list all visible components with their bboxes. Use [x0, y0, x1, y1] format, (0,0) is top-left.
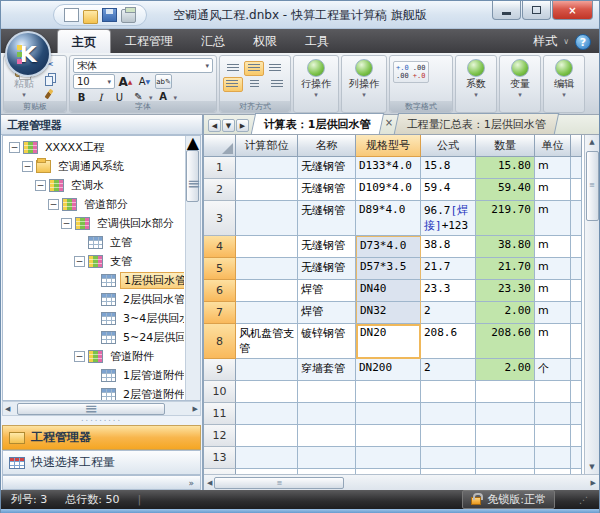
- cell-formula[interactable]: [421, 469, 476, 474]
- cell-formula[interactable]: [421, 447, 476, 469]
- cell-spec[interactable]: [356, 403, 421, 425]
- tree-item[interactable]: −支管: [5, 252, 184, 271]
- tree-item[interactable]: −管道部分: [5, 195, 184, 214]
- cell-unit[interactable]: [535, 447, 571, 469]
- cell-name[interactable]: 无缝钢管: [298, 179, 356, 201]
- cell-formula[interactable]: [421, 403, 476, 425]
- cell-part[interactable]: 风机盘管支管: [236, 324, 298, 359]
- restore-button[interactable]: [522, 1, 551, 20]
- cell-qty[interactable]: 38.80: [476, 236, 535, 258]
- tree-item[interactable]: −XXXXX工程: [5, 138, 184, 157]
- cell-formula[interactable]: 15.8: [421, 157, 476, 179]
- format-painter-button[interactable]: [40, 88, 58, 100]
- row-header[interactable]: 5: [204, 258, 236, 280]
- cell-spec[interactable]: DN20: [356, 324, 421, 359]
- cell-qty[interactable]: 59.40: [476, 179, 535, 201]
- style-menu[interactable]: 样式: [533, 33, 557, 50]
- cell-formula[interactable]: [421, 381, 476, 403]
- sheet-nav-prev-icon[interactable]: ◀: [208, 119, 221, 132]
- cell-unit[interactable]: m: [535, 258, 571, 280]
- tree-item[interactable]: −5~24层供回水管: [5, 328, 184, 347]
- row-header[interactable]: 13: [204, 447, 236, 469]
- cell-unit[interactable]: m: [535, 302, 571, 324]
- cell-formula[interactable]: 23.3: [421, 280, 476, 302]
- cell-unit[interactable]: m: [535, 280, 571, 302]
- col-ops-button[interactable]: 列操作▾: [345, 58, 383, 100]
- row-header[interactable]: 14: [204, 469, 236, 474]
- ribbon-tab-3[interactable]: 权限: [239, 29, 291, 53]
- column-header-5[interactable]: 单位: [535, 135, 571, 157]
- tree-toggle-icon[interactable]: −: [9, 142, 20, 153]
- tree-item[interactable]: −2层供回水管: [5, 290, 184, 309]
- cell-qty[interactable]: 21.70: [476, 258, 535, 280]
- cell-part[interactable]: [236, 469, 298, 474]
- cell-qty[interactable]: [476, 425, 535, 447]
- cell-qty[interactable]: [476, 469, 535, 474]
- tree-horizontal-scrollbar[interactable]: ◀ ≡ ▶: [2, 401, 201, 416]
- cell-name[interactable]: [298, 425, 356, 447]
- cell-name[interactable]: [298, 469, 356, 474]
- cell-unit[interactable]: m: [535, 324, 571, 359]
- cell-spec[interactable]: D109*4.0: [356, 179, 421, 201]
- cell-formula[interactable]: [421, 425, 476, 447]
- column-header-4[interactable]: 数量: [476, 135, 535, 157]
- cell-qty[interactable]: 2.00: [476, 359, 535, 381]
- tree-item[interactable]: −管道附件: [5, 347, 184, 366]
- cell-unit[interactable]: m: [535, 236, 571, 258]
- cell-formula[interactable]: 208.6: [421, 324, 476, 359]
- cell-qty[interactable]: 15.80: [476, 157, 535, 179]
- sheet-tab-close-icon[interactable]: ×: [385, 117, 393, 128]
- cell-unit[interactable]: m: [535, 157, 571, 179]
- grid-vertical-scrollbar[interactable]: ▲ ≡ ▼: [584, 135, 599, 474]
- clear-format-button[interactable]: ab✎: [155, 74, 172, 89]
- splitter-handle[interactable]: .........: [1, 416, 202, 425]
- ribbon-tab-2[interactable]: 汇总: [187, 29, 239, 53]
- panel-options-button[interactable]: »: [2, 475, 201, 490]
- cell-name[interactable]: 无缝钢管: [298, 201, 356, 236]
- shrink-font-button[interactable]: A▼: [136, 74, 153, 89]
- sidebar-panel-manager[interactable]: 工程管理器: [2, 425, 201, 450]
- align-right-button[interactable]: [265, 77, 285, 92]
- row-header[interactable]: 3: [204, 201, 236, 236]
- tree-item[interactable]: −空调水: [5, 176, 184, 195]
- row-header[interactable]: 6: [204, 280, 236, 302]
- increase-decimal-button[interactable]: +.0 .00.00 +.0: [393, 61, 429, 83]
- cell-qty[interactable]: [476, 403, 535, 425]
- cell-name[interactable]: 无缝钢管: [298, 157, 356, 179]
- cell-spec[interactable]: D57*3.5: [356, 258, 421, 280]
- cell-part[interactable]: [236, 425, 298, 447]
- tree-item[interactable]: −1层管道附件: [5, 366, 184, 385]
- tree-vertical-scrollbar[interactable]: ▲ ≡: [185, 136, 200, 400]
- minimize-button[interactable]: [492, 1, 521, 20]
- cell-part[interactable]: [236, 403, 298, 425]
- cell-name[interactable]: 焊管: [298, 280, 356, 302]
- cell-qty[interactable]: 2.00: [476, 302, 535, 324]
- cell-spec[interactable]: [356, 469, 421, 474]
- cell-spec[interactable]: D133*4.0: [356, 157, 421, 179]
- tree-toggle-icon[interactable]: −: [74, 351, 85, 362]
- cell-spec[interactable]: DN32: [356, 302, 421, 324]
- cell-part[interactable]: [236, 381, 298, 403]
- cell-unit[interactable]: m: [535, 179, 571, 201]
- help-icon[interactable]: ?: [575, 34, 591, 50]
- cell-spec[interactable]: [356, 447, 421, 469]
- cell-part[interactable]: [236, 280, 298, 302]
- row-header[interactable]: 4: [204, 236, 236, 258]
- variable-button[interactable]: 变量▾: [503, 58, 537, 100]
- cell-unit[interactable]: m: [535, 201, 571, 236]
- cell-formula[interactable]: 96.7[焊接]+123: [421, 201, 476, 236]
- column-header-1[interactable]: 名称: [298, 135, 356, 157]
- tree-toggle-icon[interactable]: −: [35, 180, 46, 191]
- tree-item[interactable]: −空调供回水部分: [5, 214, 184, 233]
- style-dropdown-icon[interactable]: ∨: [563, 37, 569, 46]
- cell-part[interactable]: [236, 157, 298, 179]
- cell-spec[interactable]: [356, 425, 421, 447]
- cell-name[interactable]: 无缝钢管: [298, 258, 356, 280]
- resize-grip[interactable]: ⋰: [579, 495, 589, 505]
- cell-formula[interactable]: 2: [421, 359, 476, 381]
- cell-name[interactable]: 镀锌钢管: [298, 324, 356, 359]
- copy-button[interactable]: [40, 73, 58, 86]
- row-header[interactable]: 8: [204, 324, 236, 359]
- cell-part[interactable]: [236, 236, 298, 258]
- row-header[interactable]: 12: [204, 425, 236, 447]
